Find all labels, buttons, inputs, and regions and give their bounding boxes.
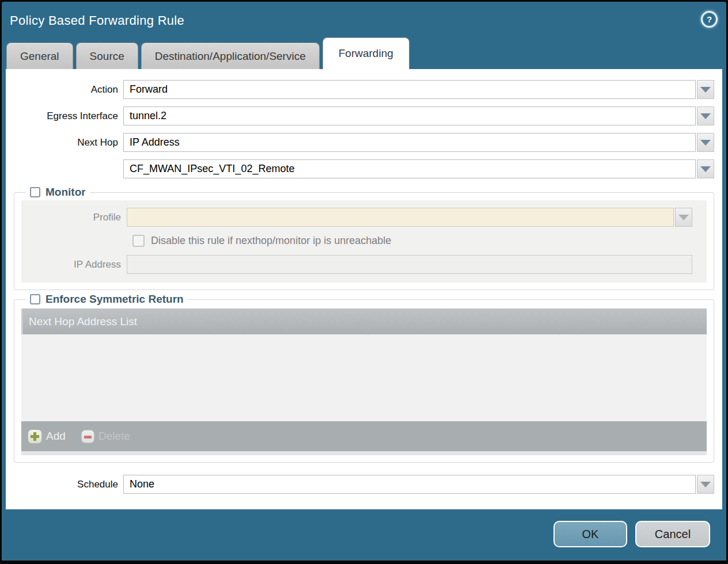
next-hop-address-list-header: Next Hop Address List — [21, 308, 707, 334]
minus-icon — [81, 430, 94, 443]
enforce-symmetric-return-legend-label: Enforce Symmetric Return — [46, 293, 184, 306]
add-button[interactable]: Add — [28, 429, 66, 444]
policy-based-forwarding-rule-dialog: Policy Based Forwarding Rule ? General S… — [0, 0, 728, 564]
forwarding-tab-panel: Action Forward Egress Interface tunnel.2… — [6, 69, 722, 509]
next-hop-type-dropdown-button[interactable] — [697, 133, 714, 152]
next-hop-address-row: CF_MWAN_IPsec_VTI_02_Remote — [6, 159, 722, 178]
profile-combobox-disabled — [127, 208, 674, 227]
monitor-checkbox[interactable] — [30, 187, 40, 197]
action-label: Action — [6, 84, 123, 96]
next-hop-address-list-header-label: Next Hop Address List — [29, 315, 137, 328]
next-hop-address-list-toolbar: Add Delete — [21, 421, 707, 451]
action-row: Action Forward — [6, 80, 722, 99]
cancel-button[interactable]: Cancel — [635, 521, 710, 547]
enforce-symmetric-return-checkbox[interactable] — [30, 294, 40, 304]
tab-forwarding[interactable]: Forwarding — [323, 37, 410, 69]
schedule-combobox[interactable]: None — [123, 475, 696, 494]
profile-row: Profile — [21, 208, 707, 227]
list-bottom-strip — [21, 451, 707, 455]
dialog-footer: OK Cancel — [2, 509, 726, 559]
delete-button-disabled: Delete — [81, 430, 130, 443]
egress-interface-label: Egress Interface — [6, 110, 123, 122]
tab-label: Forwarding — [339, 47, 393, 60]
tab-destination-application-service[interactable]: Destination/Application/Service — [141, 43, 320, 69]
tab-strip: General Source Destination/Application/S… — [2, 37, 726, 69]
chevron-down-icon — [700, 140, 711, 146]
monitor-group: Monitor Profile Disable this rule if nex… — [14, 186, 714, 290]
enforce-symmetric-return-group: Enforce Symmetric Return Next Hop Addres… — [14, 293, 714, 463]
next-hop-row: Next Hop IP Address — [6, 133, 722, 152]
disable-rule-checkbox-disabled — [132, 235, 145, 247]
profile-dropdown-button-disabled — [675, 208, 692, 227]
tab-label: Destination/Application/Service — [155, 50, 306, 63]
chevron-down-icon — [700, 87, 711, 93]
next-hop-address-list: Next Hop Address List Add Delete — [21, 308, 707, 455]
next-hop-type-combobox[interactable]: IP Address — [123, 133, 696, 152]
next-hop-address-combobox[interactable]: CF_MWAN_IPsec_VTI_02_Remote — [123, 159, 696, 178]
monitor-ip-label: IP Address — [21, 259, 127, 270]
monitor-legend: Monitor — [26, 186, 90, 199]
schedule-row: Schedule None — [6, 475, 722, 494]
egress-interface-row: Egress Interface tunnel.2 — [6, 106, 722, 125]
monitor-panel: Profile Disable this rule if nexthop/mon… — [21, 200, 707, 283]
enforce-symmetric-return-legend: Enforce Symmetric Return — [26, 293, 188, 306]
action-dropdown-button[interactable] — [697, 80, 714, 99]
tab-source[interactable]: Source — [76, 43, 138, 69]
tab-general[interactable]: General — [6, 43, 73, 69]
plus-icon — [28, 429, 42, 444]
monitor-legend-label: Monitor — [46, 186, 86, 199]
egress-interface-combobox[interactable]: tunnel.2 — [123, 106, 696, 125]
dialog-title: Policy Based Forwarding Rule — [10, 13, 726, 28]
disable-rule-row: Disable this rule if nexthop/monitor ip … — [132, 235, 707, 247]
monitor-ip-input-disabled — [127, 255, 692, 274]
chevron-down-icon — [678, 215, 689, 220]
monitor-ip-row: IP Address — [21, 255, 707, 274]
egress-interface-dropdown-button[interactable] — [697, 106, 714, 125]
chevron-down-icon — [700, 113, 711, 119]
disable-rule-label: Disable this rule if nexthop/monitor ip … — [151, 235, 391, 247]
action-combobox[interactable]: Forward — [123, 80, 696, 99]
ok-button[interactable]: OK — [553, 521, 627, 547]
next-hop-address-dropdown-button[interactable] — [697, 159, 714, 178]
add-button-label: Add — [46, 430, 66, 443]
delete-button-label: Delete — [98, 430, 130, 443]
next-hop-address-list-body[interactable] — [21, 334, 707, 421]
tab-label: General — [20, 50, 59, 63]
title-bar: Policy Based Forwarding Rule ? — [2, 2, 726, 37]
chevron-down-icon — [700, 166, 711, 172]
next-hop-label: Next Hop — [6, 137, 123, 148]
chevron-down-icon — [700, 482, 711, 487]
help-icon[interactable]: ? — [701, 11, 718, 28]
schedule-label: Schedule — [6, 479, 123, 490]
tab-label: Source — [90, 50, 124, 63]
schedule-dropdown-button[interactable] — [697, 475, 714, 494]
profile-label: Profile — [21, 212, 127, 223]
